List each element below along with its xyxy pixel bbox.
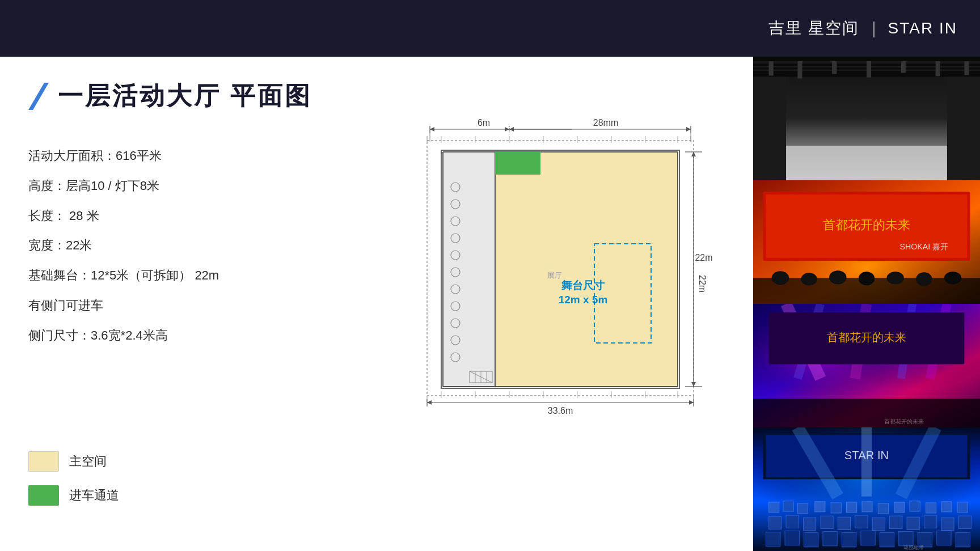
right-photo-panel: 首都花开的未来 SHOKAI 嘉开 (753, 57, 980, 551)
svg-rect-148 (924, 515, 936, 528)
svg-rect-88 (964, 61, 969, 75)
svg-marker-47 (691, 152, 696, 156)
svg-rect-82 (769, 61, 774, 75)
svg-rect-150 (958, 516, 971, 528)
svg-text:33.6m: 33.6m (548, 406, 573, 416)
svg-rect-149 (941, 518, 954, 530)
legend-section: 主空间 进车通道 (28, 451, 119, 506)
page-title-row: 一层活动大厅 平面图 (28, 79, 736, 113)
svg-rect-86 (901, 61, 906, 73)
svg-rect-116 (753, 399, 980, 427)
svg-rect-161 (956, 533, 970, 547)
legend-main-space: 主空间 (28, 451, 119, 472)
svg-rect-133 (878, 503, 888, 514)
info-stage: 基础舞台：12*5米（可拆卸） 22m (28, 267, 219, 285)
svg-rect-156 (861, 531, 875, 545)
svg-marker-48 (691, 382, 696, 387)
svg-rect-129 (815, 502, 825, 512)
svg-text:6m: 6m (478, 118, 490, 128)
svg-marker-54 (427, 400, 432, 405)
svg-point-103 (886, 272, 903, 284)
left-panel: 一层活动大厅 平面图 活动大厅面积：616平米 高度：层高10 / 灯下8米 长… (0, 57, 753, 551)
svg-rect-16 (495, 152, 678, 387)
svg-text:12m x 5m: 12m x 5m (559, 294, 608, 306)
svg-rect-135 (910, 501, 920, 511)
svg-rect-145 (872, 518, 885, 530)
svg-text:22m: 22m (695, 253, 712, 262)
svg-point-100 (801, 273, 817, 285)
svg-rect-91 (947, 77, 980, 180)
brand-en: STAR IN (888, 19, 957, 37)
svg-point-102 (859, 272, 875, 285)
info-section: 活动大厅面积：616平米 高度：层高10 / 灯下8米 长度： 28 米 宽度：… (28, 147, 219, 345)
svg-rect-147 (907, 517, 919, 529)
floorplan-area: 6m 28mm (396, 113, 736, 499)
svg-marker-8 (430, 127, 434, 132)
svg-point-105 (944, 272, 961, 284)
svg-rect-83 (797, 61, 802, 78)
svg-text:展厅: 展厅 (547, 271, 562, 279)
svg-text:首都花开的未来: 首都花开的未来 (823, 218, 910, 232)
svg-rect-23 (495, 152, 540, 175)
legend-box-vehicle (28, 485, 59, 506)
svg-marker-10 (509, 127, 514, 132)
svg-rect-143 (838, 517, 850, 529)
info-length: 长度： 28 米 (28, 207, 219, 225)
info-area: 活动大厅面积：616平米 (28, 147, 219, 165)
photo-warm-event: 首都花开的未来 SHOKAI 嘉开 (753, 180, 980, 304)
svg-rect-126 (769, 502, 779, 512)
svg-rect-158 (899, 532, 913, 546)
svg-marker-9 (505, 127, 509, 132)
svg-text:28mm: 28mm (593, 118, 618, 128)
svg-rect-132 (862, 502, 872, 512)
info-width: 宽度：22米 (28, 237, 219, 255)
svg-rect-128 (797, 503, 808, 514)
svg-text:动感地带: 动感地带 (903, 545, 924, 550)
svg-rect-90 (753, 77, 786, 180)
header-divider: ｜ (866, 18, 881, 39)
svg-marker-55 (689, 400, 694, 405)
floorplan-svg: 6m 28mm (396, 113, 725, 465)
svg-rect-154 (823, 532, 837, 546)
title-slash-icon (28, 83, 49, 110)
photo-empty-stage (753, 57, 980, 180)
photo-blue-event: 首都花开的未来 首都花开的未来 (753, 304, 980, 427)
svg-point-99 (772, 271, 789, 285)
svg-rect-85 (867, 61, 871, 77)
svg-rect-153 (804, 533, 818, 547)
svg-text:22m: 22m (698, 275, 707, 293)
svg-rect-139 (769, 516, 782, 529)
svg-point-104 (916, 272, 932, 286)
svg-rect-155 (842, 533, 856, 547)
svg-rect-151 (766, 532, 780, 546)
svg-rect-137 (941, 502, 952, 512)
legend-vehicle: 进车通道 (28, 485, 119, 506)
svg-rect-131 (847, 502, 857, 512)
svg-rect-127 (783, 501, 793, 511)
info-height: 高度：层高10 / 灯下8米 (28, 177, 219, 195)
legend-label-vehicle: 进车通道 (69, 487, 119, 504)
svg-rect-87 (936, 61, 940, 76)
svg-rect-146 (890, 516, 902, 528)
svg-rect-157 (880, 533, 894, 547)
svg-point-101 (829, 270, 846, 284)
svg-rect-144 (855, 515, 868, 528)
svg-rect-152 (785, 531, 799, 545)
svg-rect-142 (821, 516, 833, 528)
svg-text:舞台尺寸: 舞台尺寸 (561, 279, 605, 291)
brand-cn: 吉里 星空间 (768, 18, 859, 39)
header: 吉里 星空间 ｜ STAR IN (0, 0, 980, 57)
svg-text:SHOKAI 嘉开: SHOKAI 嘉开 (900, 242, 949, 251)
svg-rect-141 (803, 518, 816, 530)
svg-rect-136 (926, 503, 936, 513)
info-door-size: 侧门尺寸：3.6宽*2.4米高 (28, 327, 219, 345)
svg-rect-140 (786, 515, 799, 528)
svg-text:首都花开的未来: 首都花开的未来 (827, 331, 906, 344)
svg-rect-138 (957, 502, 968, 512)
legend-label-main: 主空间 (69, 453, 107, 470)
legend-box-main (28, 451, 59, 472)
svg-rect-130 (831, 503, 841, 513)
page-title: 一层活动大厅 平面图 (58, 79, 312, 113)
svg-rect-160 (937, 531, 951, 545)
main-content: 一层活动大厅 平面图 活动大厅面积：616平米 高度：层高10 / 灯下8米 长… (0, 57, 980, 551)
